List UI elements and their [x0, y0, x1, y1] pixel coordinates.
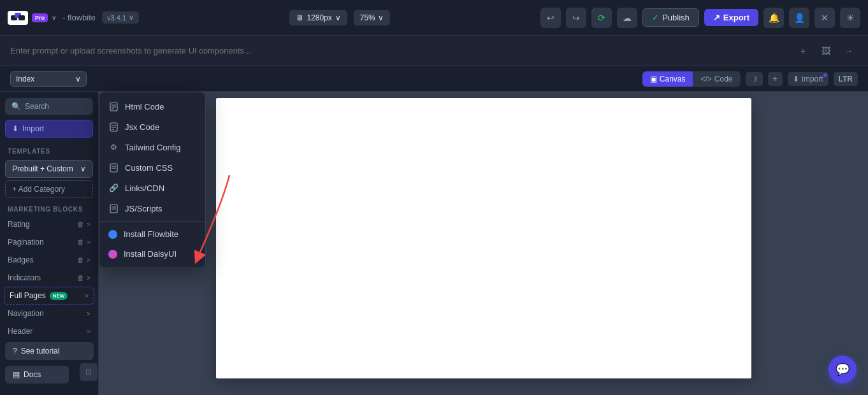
docs-icon: ▤	[13, 370, 20, 379]
svg-rect-2	[18, 15, 25, 20]
dropdown-item-tailwind-config[interactable]: ⚙ Tailwind Config	[99, 137, 205, 157]
res-chevron-icon: ∨	[335, 13, 341, 22]
undo-button[interactable]: ↩	[540, 8, 561, 28]
prompt-actions: + 🖼 →	[794, 42, 858, 60]
chevron-right-icon: >	[87, 327, 90, 335]
import-sidebar-button[interactable]: ⬇ Import	[5, 120, 93, 138]
sync-icon: ⟳	[598, 13, 605, 23]
chevron-right-icon: >	[87, 238, 90, 246]
dropdown-item-jsx-code[interactable]: Jsx Code	[99, 117, 205, 137]
header-label: Header	[8, 327, 33, 336]
redo-button[interactable]: ↪	[566, 8, 586, 28]
full-pages-label: Full Pages	[10, 291, 46, 300]
export-icon: ↗	[713, 13, 720, 22]
page-select[interactable]: Index ∨	[10, 71, 87, 87]
collapse-icon: ⊡	[85, 368, 92, 377]
js-doc-icon	[108, 203, 119, 213]
indicators-label: Indicators	[8, 273, 41, 282]
notification-icon: 🔔	[769, 13, 779, 23]
trash-icon: 🗑	[77, 274, 84, 282]
sidebar-item-pagination[interactable]: Pagination 🗑 >	[0, 233, 98, 251]
see-tutorial-button[interactable]: ? See tutorial	[5, 342, 94, 360]
theme-button[interactable]: ☀	[840, 8, 860, 28]
profile-button[interactable]: 👤	[789, 8, 809, 28]
tab-code[interactable]: </> Code	[693, 71, 740, 87]
sidebar-item-indicators[interactable]: Indicators 🗑 >	[0, 269, 98, 287]
plus-icon: +	[773, 75, 778, 83]
blocks-label: MARKETING BLOCKS	[0, 201, 98, 215]
image-upload-button[interactable]: 🖼	[817, 42, 835, 60]
template-select[interactable]: Prebuilt + Custom ∨	[5, 160, 93, 178]
dropdown-menu: Html Code Jsx Code ⚙ Tailwind Config	[99, 92, 206, 268]
daisyui-icon	[108, 250, 117, 259]
moon-icon: ☽	[751, 75, 758, 83]
sidebar-collapse-button[interactable]: ⊡	[80, 363, 98, 381]
page-chevron-icon: ∨	[75, 75, 81, 83]
import-button[interactable]: ⬇ Import	[788, 72, 828, 86]
trash-icon: 🗑	[77, 220, 84, 228]
import-sidebar-icon: ⬇	[12, 124, 18, 133]
dropdown-item-html-code[interactable]: Html Code	[99, 96, 205, 117]
undo-icon: ↩	[547, 13, 554, 23]
zoom-button[interactable]: 75% ∨	[354, 10, 390, 25]
search-bar[interactable]: 🔍 Search	[5, 98, 93, 115]
trash-icon: 🗑	[77, 256, 84, 264]
arrow-right-icon: →	[844, 46, 853, 56]
version-chevron-icon: ∨	[129, 13, 134, 22]
ltr-button[interactable]: LTR	[834, 72, 858, 86]
logo-area: Pro ∨	[8, 11, 56, 25]
zoom-chevron-icon: ∨	[378, 13, 384, 22]
link-icon: 🔗	[108, 183, 119, 193]
publish-check-icon: ✓	[652, 13, 659, 22]
version-badge[interactable]: v3.4.1 ∨	[102, 11, 139, 24]
gear-icon: ⚙	[108, 142, 119, 152]
dropdown-item-links-cdn[interactable]: 🔗 Links/CDN	[99, 178, 205, 198]
canvas-code-tabs: ▣ Canvas </> Code	[642, 71, 741, 87]
prompt-bar: + 🖼 →	[0, 36, 868, 66]
publish-button[interactable]: ✓ Publish	[642, 8, 699, 27]
dropdown-item-js-scripts[interactable]: JS/Scripts	[99, 198, 205, 219]
logo-chevron-icon[interactable]: ∨	[52, 14, 56, 21]
question-icon: ?	[13, 347, 17, 356]
tab-canvas[interactable]: ▣ Canvas	[642, 71, 693, 87]
css-doc-icon	[108, 162, 119, 173]
trash-icon: 🗑	[77, 238, 84, 246]
template-chevron-icon: ∨	[80, 164, 86, 173]
canvas-icon: ▣	[650, 75, 657, 83]
search-icon: 🔍	[11, 102, 21, 111]
sidebar-item-full-pages[interactable]: Full Pages NEW >	[4, 287, 94, 305]
notification-button[interactable]: 🔔	[763, 8, 784, 28]
chat-icon: 💬	[835, 363, 850, 377]
main-layout: 🔍 Search ⬇ Import TEMPLATES Prebuilt + C…	[0, 92, 868, 395]
add-prompt-button[interactable]: +	[794, 42, 812, 60]
sidebar-item-rating[interactable]: Rating 🗑 >	[0, 215, 98, 233]
dropdown-item-install-flowbite[interactable]: Install Flowbite	[99, 224, 205, 244]
cloud-button[interactable]: ☁	[617, 8, 637, 28]
sync-button[interactable]: ⟳	[591, 8, 612, 28]
submit-prompt-button[interactable]: →	[840, 42, 858, 60]
redo-icon: ↪	[572, 13, 580, 23]
profile-icon: 👤	[794, 13, 805, 23]
sub-toolbar-right: ▣ Canvas </> Code ☽ + ⬇ Import LTR	[642, 71, 858, 87]
chat-button[interactable]: 💬	[828, 356, 857, 384]
sidebar-item-navigation[interactable]: Navigation >	[0, 305, 98, 322]
docs-button[interactable]: ▤ Docs	[5, 366, 69, 384]
dark-mode-button[interactable]: ☽	[746, 72, 763, 86]
dropdown-item-install-daisyui[interactable]: Install DaisyUI	[99, 244, 205, 264]
export-button[interactable]: ↗ Export	[704, 9, 758, 26]
topbar-center: 🖥 1280px ∨ 75% ∨	[145, 10, 534, 25]
canvas-area	[99, 92, 868, 395]
chevron-right-icon: >	[87, 220, 90, 228]
sidebar-item-badges[interactable]: Badges 🗑 >	[0, 251, 98, 269]
code-icon: </>	[700, 75, 711, 83]
topbar-right: ↩ ↪ ⟳ ☁ ✓ Publish ↗ Export 🔔 👤 ✕ ☀	[540, 8, 860, 28]
device-button[interactable]: 🖥 1280px ∨	[289, 10, 347, 25]
add-button[interactable]: +	[768, 72, 783, 86]
close-button[interactable]: ✕	[814, 8, 835, 28]
cloud-icon: ☁	[623, 13, 632, 23]
dropdown-item-custom-css[interactable]: Custom CSS	[99, 157, 205, 178]
monitor-icon: 🖥	[296, 13, 303, 22]
prompt-input[interactable]	[10, 46, 788, 55]
sidebar-item-header[interactable]: Header >	[0, 322, 98, 340]
add-category-button[interactable]: + Add Category	[5, 180, 93, 198]
